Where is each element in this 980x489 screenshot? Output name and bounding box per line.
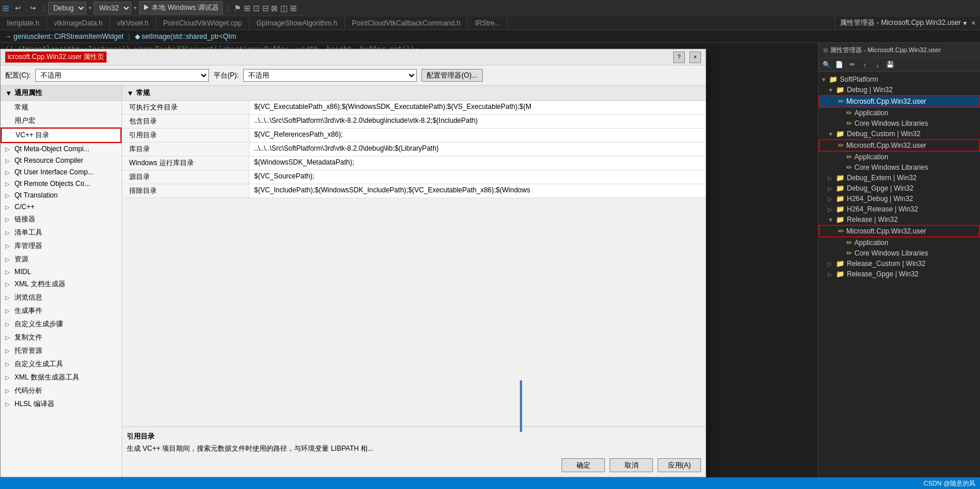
sidebar-new-btn[interactable]: 📄: [834, 59, 845, 71]
expand-qt-ui: ▷: [5, 169, 12, 176]
tab-pointcloudvtk[interactable]: PointCloudVtkWidget.cpp: [156, 16, 249, 30]
tree-item-linker[interactable]: ▷ 链接器: [1, 213, 122, 226]
apply-btn[interactable]: 应用(A): [658, 458, 701, 472]
tree-item-browse[interactable]: ▷ 浏览信息: [1, 291, 122, 304]
sidebar-item-msuser-debug-custom[interactable]: ✏ Microsoft.Cpp.Win32.user: [818, 139, 980, 152]
sidebar-item-msuser-release[interactable]: ✏ Microsoft.Cpp.Win32.user: [818, 225, 980, 238]
sidebar-item-debug-extern[interactable]: ▷ 📁 Debug_Extern | Win32: [818, 173, 980, 183]
tree-item-copy[interactable]: ▷ 复制文件: [1, 331, 122, 344]
right-tab-close[interactable]: ×: [971, 19, 975, 27]
sidebar-item-release-custom[interactable]: ▷ 📁 Release_Custom | Win32: [818, 258, 980, 269]
sidebar-item-debug-win32[interactable]: ▼ 📁 Debug | Win32: [818, 85, 980, 95]
tab-irstream[interactable]: IRStre...: [468, 16, 508, 30]
tab-gpimage[interactable]: GpImageShowAlgorithm.h: [249, 16, 345, 30]
tree-item-midl[interactable]: ▷ MIDL: [1, 266, 122, 278]
right-tab-dropdown[interactable]: ▾: [963, 19, 967, 27]
prop-value-source[interactable]: $(VC_SourcePath);: [249, 170, 706, 184]
tab-vtkvoxel[interactable]: vtkVoxel.h: [110, 16, 156, 30]
sidebar-toolbar: 🔍 📄 ✏ ↑ ↓ 💾: [818, 58, 980, 72]
tree-root-expand[interactable]: ▼: [5, 89, 12, 97]
sidebar-up-btn[interactable]: ↑: [859, 59, 871, 71]
ok-btn[interactable]: 确定: [561, 458, 605, 472]
tree-item-cpp[interactable]: ▷ C/C++: [1, 201, 122, 213]
tree-item-qt-meta[interactable]: ▷ Qt Meta-Object Compi...: [1, 143, 122, 155]
dialog-help-btn[interactable]: ?: [673, 52, 685, 63]
tab-template[interactable]: template.h: [0, 16, 47, 30]
sidebar-item-msuser-debug[interactable]: ✏ Microsoft.Cpp.Win32.user: [818, 95, 980, 108]
folder-icon-h264-debug: 📁: [836, 195, 845, 203]
watermark-moon-icon: 🌙: [522, 387, 522, 403]
tree-item-build-event[interactable]: ▷ 生成事件: [1, 304, 122, 318]
sidebar-item-app-debug[interactable]: ✏ Application: [818, 108, 980, 118]
sidebar-item-core-dc[interactable]: ✏ Core Windows Libraries: [818, 162, 980, 173]
sidebar-item-release-win32[interactable]: ▼ 📁 Release | Win32: [818, 214, 980, 225]
sidebar-item-softplatform[interactable]: ▼ 📁 SoftPlatform: [818, 74, 980, 85]
footer-desc-text: 生成 VC++ 项目期间，搜索元数据文件时使用的路径，与环境变量 LIBPATH…: [127, 444, 701, 454]
tree-item-custom-tool[interactable]: ▷ 自定义生成工具: [1, 357, 122, 371]
prop-value-executable[interactable]: $(VC_ExecutablePath_x86);$(WindowsSDK_Ex…: [249, 101, 706, 114]
core-debug-label: Core Windows Libraries: [854, 119, 928, 127]
sidebar-item-release-gpge[interactable]: ▷ 📁 Release_Gpge | Win32: [818, 269, 980, 279]
expand-debug-gpge: ▷: [828, 185, 834, 192]
tree-item-xml-doc[interactable]: ▷ XML 文档生成器: [1, 278, 122, 291]
prop-value-include[interactable]: ..\..\..\Src\SoftPlatform\3rd\vtk-8.2.0\…: [249, 115, 706, 128]
debug-gpge-label: Debug_Gpge | Win32: [847, 184, 913, 192]
platform-select[interactable]: 不适用: [243, 69, 417, 82]
tree-item-libmgr[interactable]: ▷ 库管理器: [1, 239, 122, 253]
sidebar-item-core-debug[interactable]: ✏ Core Windows Libraries: [818, 118, 980, 129]
tree-item-qt-resource[interactable]: ▷ Qt Resource Compiler: [1, 155, 122, 166]
sidebar-down-btn[interactable]: ↓: [872, 59, 883, 71]
debug-dropdown[interactable]: Debug: [48, 2, 86, 14]
tree-item-xml-data[interactable]: ▷ XML 数据生成器工具: [1, 371, 122, 384]
sidebar-item-app-dc[interactable]: ✏ Application: [818, 152, 980, 162]
tree-item-custom-build[interactable]: ▷ 自定义生成步骤: [1, 318, 122, 331]
core-release-label: Core Windows Libraries: [854, 249, 928, 257]
file-icon-msuser-release: ✏: [838, 227, 844, 235]
sidebar-title-icon: ⊞: [823, 47, 828, 53]
redo-btn[interactable]: ↪: [27, 3, 39, 13]
item-icon-app-dc: ✏: [846, 153, 852, 161]
sidebar-item-debug-gpge[interactable]: ▷ 📁 Debug_Gpge | Win32: [818, 183, 980, 194]
config-row: 配置(C): 不适用 平台(P): 不适用 配置管理器(O)...: [1, 65, 706, 86]
folder-icon-debug-custom: 📁: [836, 130, 845, 138]
prop-row-library: 库目录 ..\..\..\Src\SoftPlatform\3rd\vtk-8.…: [122, 143, 706, 156]
tree-item-manifest[interactable]: ▷ 清单工具: [1, 226, 122, 239]
prop-name-executable: 可执行文件目录: [122, 101, 249, 114]
sidebar-item-debug-custom[interactable]: ▼ 📁 Debug_Custom | Win32: [818, 129, 980, 139]
dialog-close-btn[interactable]: ×: [689, 52, 701, 63]
properties-dialog: icrosoft.Cpp.Win32.user 属性页 ? × 配置(C): 不…: [0, 49, 706, 477]
section-expand[interactable]: ▼: [127, 89, 134, 97]
cancel-btn[interactable]: 取消: [610, 458, 653, 472]
undo-btn[interactable]: ↩: [12, 3, 24, 13]
config-manager-btn[interactable]: 配置管理器(O)...: [421, 69, 482, 82]
sidebar-item-h264-release[interactable]: ▷ 📁 H264_Release | Win32: [818, 204, 980, 214]
prop-value-winrt[interactable]: $(WindowsSDK_MetadataPath);: [249, 156, 706, 170]
tree-item-yonghuhong[interactable]: 用户宏: [1, 114, 122, 127]
tree-item-resource[interactable]: ▷ 资源: [1, 253, 122, 266]
tree-item-changgui[interactable]: 常规: [1, 101, 122, 114]
config-select[interactable]: 不适用: [35, 69, 209, 82]
tree-item-managed[interactable]: ▷ 托管资源: [1, 344, 122, 357]
tree-item-hlsl[interactable]: ▷ HLSL 编译器: [1, 397, 122, 411]
sidebar-edit-btn[interactable]: ✏: [846, 59, 858, 71]
tree-item-qt-remote[interactable]: ▷ Qt Remote Objects Co...: [1, 178, 122, 189]
tree-item-code-analysis[interactable]: ▷ 代码分析: [1, 384, 122, 397]
sidebar-save-btn[interactable]: 💾: [884, 59, 896, 71]
left-panel-header: ▼ 通用属性: [1, 86, 122, 101]
item-icon-app-release: ✏: [846, 239, 852, 247]
tab-vtkimagedata[interactable]: vtkImageData.h: [47, 16, 110, 30]
sidebar-item-h264-debug[interactable]: ▷ 📁 H264_Debug | Win32: [818, 194, 980, 204]
sidebar-item-core-release[interactable]: ✏ Core Windows Libraries: [818, 248, 980, 258]
win32-dropdown[interactable]: Win32: [94, 2, 131, 14]
run-btn[interactable]: ▶ 本地 Windows 调试器: [139, 1, 223, 14]
tree-item-qt-ui[interactable]: ▷ Qt User Interface Comp...: [1, 166, 122, 178]
sidebar-item-app-release[interactable]: ✏ Application: [818, 238, 980, 248]
tab-callback[interactable]: PointCloudVtkCallbackCommand.h: [345, 16, 468, 30]
sidebar-search-btn[interactable]: 🔍: [821, 59, 832, 71]
prop-value-exclude[interactable]: $(VC_IncludePath);$(WindowsSDK_IncludePa…: [249, 184, 706, 198]
tree-item-qt-trans[interactable]: ▷ Qt Translation: [1, 189, 122, 201]
prop-value-library[interactable]: ..\..\..\Src\SoftPlatform\3rd\vtk-8.2.0\…: [249, 143, 706, 156]
prop-value-reference[interactable]: $(VC_ReferencesPath_x86);: [249, 129, 706, 142]
debug-win32-label: Debug | Win32: [847, 86, 893, 94]
tree-item-vcpp[interactable]: VC++ 目录: [1, 127, 122, 143]
